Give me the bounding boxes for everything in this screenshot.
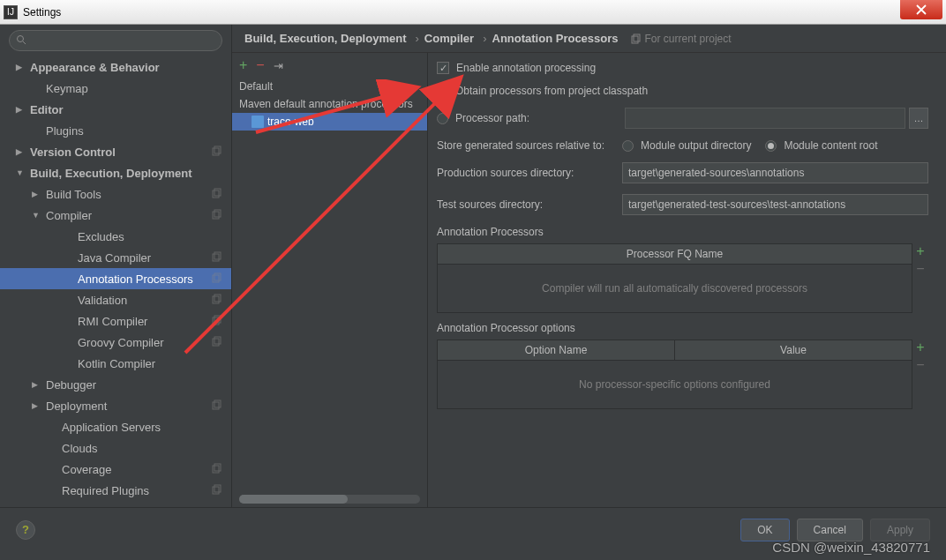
store-output-radio[interactable]	[622, 140, 634, 152]
chevron-icon: ▼	[16, 168, 26, 177]
tree-item[interactable]: ▼Compiler	[0, 205, 231, 226]
test-dir-input[interactable]	[622, 194, 928, 215]
tree-item[interactable]: Annotation Processors	[0, 268, 231, 289]
tree-item[interactable]: ▶Build Tools	[0, 183, 231, 205]
chevron-icon: ▶	[32, 380, 42, 389]
table-side-buttons: + −	[913, 244, 927, 276]
tree-item[interactable]: ▶Debugger	[0, 374, 231, 395]
cancel-button[interactable]: Cancel	[797, 519, 863, 541]
tree-item[interactable]: Clouds	[0, 437, 231, 459]
copy-icon	[212, 294, 222, 307]
store-opt1: Module output directory	[641, 139, 751, 152]
test-dir-label: Test sources directory:	[437, 198, 622, 211]
search-wrap	[0, 25, 231, 56]
search-input[interactable]	[9, 30, 222, 51]
svg-rect-7	[214, 210, 221, 217]
tree-item[interactable]: Kotlin Compiler	[0, 353, 231, 374]
apply-button[interactable]: Apply	[870, 519, 930, 541]
procpath-row: Processor path: …	[437, 108, 928, 129]
h-scrollbar[interactable]	[239, 495, 420, 504]
app-icon: IJ	[4, 5, 18, 19]
obtain-radio[interactable]	[437, 86, 448, 97]
help-button[interactable]: ?	[16, 520, 35, 540]
breadcrumb-leaf: Annotation Processors	[492, 32, 619, 45]
tree-label: Keymap	[46, 82, 88, 95]
tree-item[interactable]: Required Plugins	[0, 480, 231, 501]
profile-item[interactable]: Maven default annotation processors	[232, 95, 427, 113]
chevron-icon: ▶	[16, 147, 26, 156]
svg-point-0	[18, 36, 24, 42]
copy-icon	[212, 251, 222, 265]
tree-item[interactable]: Validation	[0, 289, 231, 310]
ap-table: Processor FQ Name Compiler will run all …	[437, 243, 912, 313]
tree-label: Excludes	[78, 230, 124, 243]
copy-icon	[212, 146, 222, 159]
browse-button[interactable]: …	[909, 108, 928, 129]
tree-label: Coverage	[62, 463, 111, 476]
close-button[interactable]	[900, 0, 942, 19]
tree-label: Application Servers	[62, 421, 161, 434]
remove-icon[interactable]: −	[256, 57, 264, 73]
tree-item[interactable]: ▼Build, Execution, Deployment	[0, 162, 231, 183]
profile-item[interactable]: Default	[232, 78, 427, 95]
remove-row-button[interactable]: −	[913, 358, 927, 372]
svg-rect-13	[214, 295, 221, 302]
enable-row: Enable annotation processing	[437, 62, 928, 74]
add-row-button[interactable]: +	[913, 340, 927, 355]
chevron-right-icon: ›	[483, 32, 486, 45]
tree-item[interactable]: Excludes	[0, 226, 231, 247]
tree-item[interactable]: RMI Compiler	[0, 310, 231, 332]
main-panel: Build, Execution, Deployment › Compiler …	[232, 25, 946, 507]
resize-handle[interactable]	[428, 280, 430, 298]
add-icon[interactable]: +	[239, 57, 247, 73]
svg-rect-19	[214, 400, 221, 407]
svg-rect-8	[213, 254, 219, 261]
profile-item-selected[interactable]: trace-web	[232, 113, 427, 131]
procpath-input[interactable]	[625, 108, 905, 129]
th-option-name: Option Name	[438, 340, 675, 360]
tree-item[interactable]: ▶Editor	[0, 99, 231, 120]
tree-item[interactable]: Keymap	[0, 78, 231, 99]
breadcrumb-root[interactable]: Build, Execution, Deployment	[244, 32, 406, 45]
tree-item[interactable]: Application Servers	[0, 416, 231, 437]
ap-title: Annotation Processors	[437, 226, 928, 238]
copy-icon	[212, 399, 222, 413]
store-row: Store generated sources relative to: Mod…	[437, 139, 928, 152]
tree-item[interactable]: Groovy Compiler	[0, 332, 231, 353]
svg-rect-10	[213, 275, 219, 282]
move-icon[interactable]: ⇥	[274, 59, 283, 72]
opt-title: Annotation Processor options	[437, 322, 928, 334]
tree-label: Debugger	[46, 378, 96, 392]
prod-dir-input[interactable]	[622, 162, 928, 183]
th-fqname: Processor FQ Name	[438, 244, 912, 264]
svg-rect-17	[214, 337, 221, 344]
tree-item[interactable]: ▶Version Control	[0, 141, 231, 162]
chevron-icon: ▶	[32, 190, 42, 198]
ok-button[interactable]: OK	[740, 519, 789, 541]
tree-item[interactable]: Plugins	[0, 120, 231, 141]
tree-label: Appearance & Behavior	[30, 61, 160, 74]
copy-icon	[212, 209, 222, 222]
titlebar: IJ Settings	[0, 0, 946, 25]
procpath-radio[interactable]	[437, 113, 448, 124]
remove-row-button[interactable]: −	[913, 262, 927, 276]
tree-label: Deployment	[46, 399, 107, 413]
tree-label: Java Compiler	[78, 251, 151, 265]
tree-item[interactable]: ▶Appearance & Behavior	[0, 56, 231, 78]
close-icon	[916, 4, 927, 15]
table-side-buttons: + −	[913, 340, 927, 372]
add-row-button[interactable]: +	[913, 244, 927, 258]
store-content-radio[interactable]	[765, 140, 777, 152]
breadcrumb-mid[interactable]: Compiler	[424, 32, 474, 45]
copy-icon	[212, 336, 222, 349]
scrollbar-thumb[interactable]	[239, 495, 348, 504]
tree-item[interactable]: Coverage	[0, 459, 231, 480]
tree-item[interactable]: Java Compiler	[0, 247, 231, 268]
enable-label: Enable annotation processing	[456, 62, 596, 74]
copy-icon	[212, 484, 222, 497]
svg-rect-21	[214, 464, 221, 471]
tree-item[interactable]: ▶Deployment	[0, 395, 231, 416]
enable-checkbox[interactable]	[437, 62, 449, 74]
svg-rect-24	[632, 36, 638, 43]
chevron-icon: ▶	[16, 105, 26, 114]
